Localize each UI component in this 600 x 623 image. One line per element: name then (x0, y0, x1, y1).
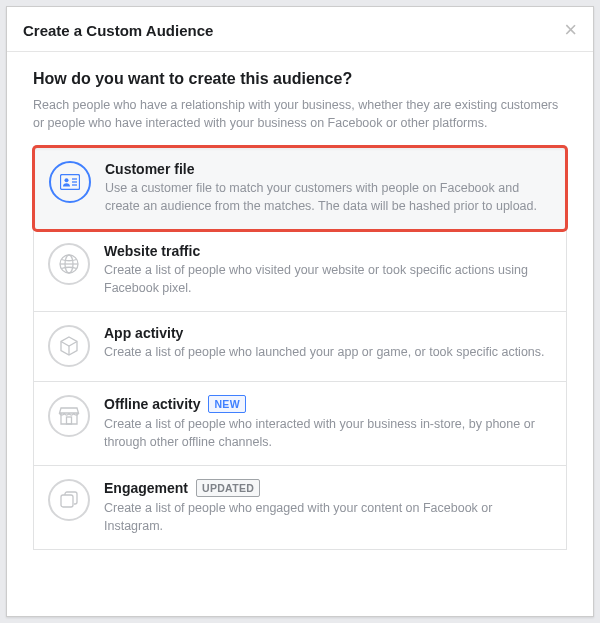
close-icon[interactable]: × (564, 19, 577, 41)
option-customer-file[interactable]: Customer file Use a customer file to mat… (32, 145, 568, 232)
updated-badge: UPDATED (196, 479, 260, 497)
option-offline-activity[interactable]: Offline activity NEW Create a list of pe… (34, 382, 566, 466)
option-content: Website traffic Create a list of people … (104, 243, 552, 297)
option-content: Engagement UPDATED Create a list of peop… (104, 479, 552, 535)
option-title: Customer file (105, 161, 194, 177)
option-content: Customer file Use a customer file to mat… (105, 161, 551, 215)
option-engagement[interactable]: Engagement UPDATED Create a list of peop… (34, 466, 566, 549)
modal-body: How do you want to create this audience?… (7, 52, 593, 570)
option-title: App activity (104, 325, 183, 341)
option-desc: Create a list of people who interacted w… (104, 416, 552, 451)
option-desc: Use a customer file to match your custom… (105, 180, 551, 215)
option-app-activity[interactable]: App activity Create a list of people who… (34, 312, 566, 382)
store-icon (48, 395, 90, 437)
modal-question: How do you want to create this audience? (33, 70, 567, 88)
option-desc: Create a list of people who launched you… (104, 344, 552, 362)
option-desc: Create a list of people who visited your… (104, 262, 552, 297)
modal-intro: Reach people who have a relationship wit… (33, 96, 567, 132)
option-desc: Create a list of people who engaged with… (104, 500, 552, 535)
modal-header: Create a Custom Audience × (7, 7, 593, 52)
globe-icon (48, 243, 90, 285)
option-title: Engagement (104, 480, 188, 496)
option-content: Offline activity NEW Create a list of pe… (104, 395, 552, 451)
svg-point-1 (65, 178, 69, 182)
option-content: App activity Create a list of people who… (104, 325, 552, 362)
create-custom-audience-modal: Create a Custom Audience × How do you wa… (6, 6, 594, 617)
svg-rect-10 (61, 495, 73, 507)
modal-title: Create a Custom Audience (23, 22, 213, 39)
option-title: Website traffic (104, 243, 200, 259)
cube-icon (48, 325, 90, 367)
new-badge: NEW (208, 395, 245, 413)
options-list: Customer file Use a customer file to mat… (33, 146, 567, 550)
svg-rect-9 (67, 417, 72, 424)
option-title: Offline activity (104, 396, 200, 412)
option-website-traffic[interactable]: Website traffic Create a list of people … (34, 230, 566, 312)
copy-icon (48, 479, 90, 521)
contact-card-icon (49, 161, 91, 203)
